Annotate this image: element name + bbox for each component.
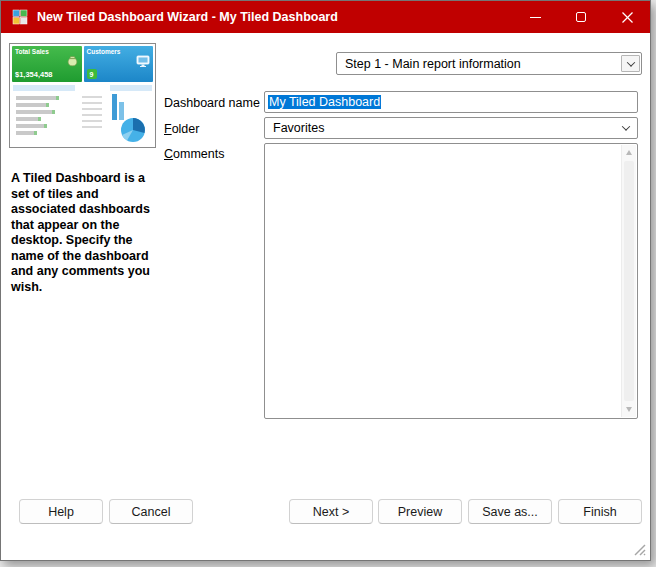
dashboard-name-label: Dashboard name: [164, 96, 260, 110]
folder-select[interactable]: Favorites: [264, 117, 638, 139]
preview-tile-total-sales: Total Sales $1,354,458: [12, 46, 82, 82]
next-button[interactable]: Next >: [289, 499, 373, 524]
step-selector-dropdown-button[interactable]: [621, 55, 640, 72]
dashboard-preview-thumbnail: Total Sales $1,354,458 Customers 9: [9, 43, 156, 148]
app-icon: [12, 9, 28, 25]
tile-total-sales-value: $1,354,458: [15, 70, 53, 79]
monitor-icon: [136, 55, 150, 68]
step-selector[interactable]: Step 1 - Main report information: [336, 52, 642, 75]
mini-charts-image: [12, 84, 153, 146]
scroll-up-icon: [626, 150, 632, 155]
window-title: New Tiled Dashboard Wizard - My Tiled Da…: [37, 10, 338, 24]
finish-button[interactable]: Finish: [558, 499, 642, 524]
folder-label: Folder: [164, 122, 199, 136]
dashboard-name-value: My Tiled Dashboard: [268, 95, 381, 109]
maximize-icon: [576, 12, 586, 22]
scroll-down-icon: [626, 407, 632, 412]
dashboard-name-input[interactable]: My Tiled Dashboard: [264, 91, 638, 113]
tile-customers-label: Customers: [84, 46, 154, 55]
folder-label-accel: F: [164, 122, 172, 136]
help-button[interactable]: Help: [19, 499, 103, 524]
chevron-down-icon: [622, 122, 630, 130]
comments-textarea[interactable]: [264, 143, 638, 419]
comments-label: Comments: [164, 147, 224, 161]
folder-select-value: Favorites: [273, 121, 623, 135]
titlebar[interactable]: New Tiled Dashboard Wizard - My Tiled Da…: [1, 1, 650, 33]
scrollbar-thumb[interactable]: [624, 161, 634, 401]
tile-total-sales-label: Total Sales: [12, 46, 82, 55]
comments-scrollbar[interactable]: [621, 145, 636, 417]
preview-tiles: Total Sales $1,354,458 Customers 9: [12, 46, 153, 82]
chevron-down-icon: [626, 58, 634, 66]
folder-label-rest: older: [172, 122, 200, 136]
preview-tile-customers: Customers 9: [84, 46, 154, 82]
comments-value: [269, 147, 617, 415]
resize-grip[interactable]: [633, 543, 646, 556]
close-icon: [622, 12, 633, 23]
cancel-button[interactable]: Cancel: [109, 499, 193, 524]
maximize-button[interactable]: [558, 1, 604, 33]
tile-customers-badge: 9: [87, 69, 97, 79]
window-controls: [512, 1, 650, 33]
preview-button[interactable]: Preview: [378, 499, 462, 524]
minimize-button[interactable]: [512, 1, 558, 33]
wizard-description: A Tiled Dashboard is a set of tiles and …: [11, 171, 156, 295]
comments-label-rest: omments: [173, 147, 224, 161]
save-as-button[interactable]: Save as...: [468, 499, 552, 524]
step-selector-value: Step 1 - Main report information: [345, 57, 621, 71]
money-bag-icon: [66, 55, 79, 68]
wizard-dialog: New Tiled Dashboard Wizard - My Tiled Da…: [0, 0, 651, 561]
comments-label-accel: C: [164, 147, 173, 161]
minimize-icon: [530, 17, 541, 18]
close-button[interactable]: [604, 1, 650, 33]
